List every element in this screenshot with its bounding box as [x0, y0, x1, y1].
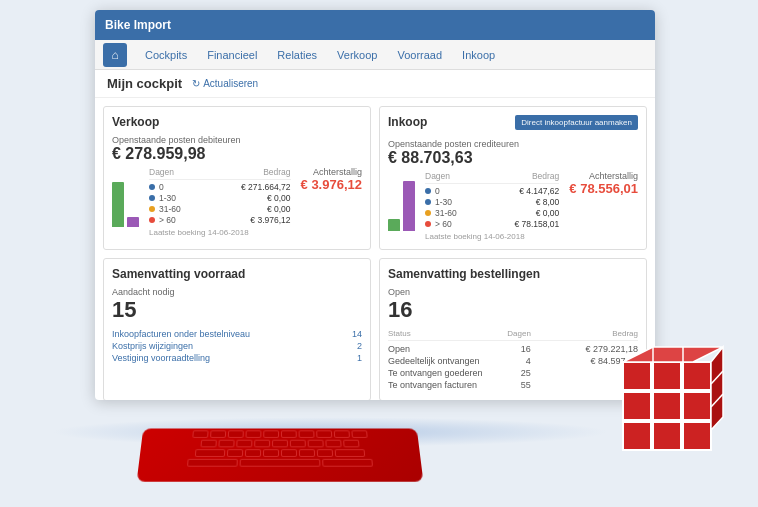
app-title: Bike Import	[105, 18, 171, 32]
dot-icon	[149, 206, 155, 212]
bar-green	[388, 219, 400, 231]
key	[316, 430, 332, 437]
key	[246, 430, 262, 437]
list-item: Kostprijs wijzigingen 2	[112, 341, 362, 351]
refresh-button[interactable]: ↻ Actualiseren	[192, 78, 258, 89]
top-bar: Bike Import	[95, 10, 655, 40]
key	[254, 440, 270, 448]
verkoop-card: Verkoop Openstaande posten debiteuren € …	[103, 106, 371, 250]
key-row	[138, 457, 421, 467]
monitor: Bike Import ⌂ Cockpits Financieel Relati…	[95, 10, 655, 400]
key	[317, 449, 333, 457]
verkoop-open-posts-label: Openstaande posten debiteuren	[112, 135, 362, 145]
aandacht-label: Aandacht nodig	[112, 287, 362, 297]
key	[335, 449, 365, 457]
refresh-label: Actualiseren	[203, 78, 258, 89]
bestellingen-table-header: Status Dagen Bedrag	[388, 329, 638, 341]
inkoop-open-posts-label: Openstaande posten crediteuren	[388, 139, 638, 149]
svg-rect-8	[683, 422, 711, 450]
keyboard-body	[137, 429, 424, 482]
inkoop-header: Inkoop Direct inkoopfactuur aanmaken	[388, 115, 638, 135]
dot-icon	[149, 195, 155, 201]
svg-marker-9	[623, 347, 723, 362]
nav-relaties[interactable]: Relaties	[267, 45, 327, 65]
col-bedrag: Bedrag	[263, 167, 290, 177]
key	[201, 440, 217, 448]
bestellingen-title: Samenvatting bestellingen	[388, 267, 638, 281]
key-row	[141, 438, 419, 447]
refresh-icon: ↻	[192, 78, 200, 89]
key	[240, 459, 321, 467]
nav-cockpits[interactable]: Cockpits	[135, 45, 197, 65]
verkoop-table: Dagen Bedrag 0 € 271.664,72 1-30 € 0,00	[149, 167, 291, 237]
table-row: 0 € 4.147,62	[425, 186, 559, 196]
voorraad-card: Samenvatting voorraad Aandacht nodig 15 …	[103, 258, 371, 400]
inkoop-total-amount: € 88.703,63	[388, 149, 638, 167]
keyboard-decoration	[140, 427, 420, 482]
verkoop-achterstallig: Achterstallig € 3.976,12	[301, 167, 362, 237]
bar-purple	[403, 181, 415, 231]
key	[245, 449, 261, 457]
dot-icon	[425, 199, 431, 205]
dot-icon	[425, 188, 431, 194]
key	[308, 440, 324, 448]
key	[322, 459, 373, 467]
key	[299, 449, 315, 457]
nav-voorraad[interactable]: Voorraad	[387, 45, 452, 65]
verkoop-total-amount: € 278.959,98	[112, 145, 362, 163]
key-row	[140, 447, 421, 457]
table-row: Te ontvangen goederen 25	[388, 368, 638, 378]
table-row: Gedeeltelijk ontvangen 4 € 84.597,12	[388, 356, 638, 366]
create-invoice-button[interactable]: Direct inkoopfactuur aanmaken	[515, 115, 638, 130]
key	[218, 440, 234, 448]
key	[195, 449, 225, 457]
table-row: 1-30 € 0,00	[149, 193, 291, 203]
dot-icon	[425, 210, 431, 216]
inkoop-table: Dagen Bedrag 0 € 4.147,62 1-30 € 8,00	[425, 171, 559, 241]
inkoop-title: Inkoop	[388, 115, 427, 129]
voorraad-count: 15	[112, 297, 362, 323]
inkoop-card: Inkoop Direct inkoopfactuur aanmaken Ope…	[379, 106, 647, 250]
key	[334, 430, 350, 437]
key	[263, 430, 279, 437]
page-header: Mijn cockpit ↻ Actualiseren	[95, 70, 655, 98]
svg-rect-7	[653, 422, 681, 450]
svg-rect-5	[683, 392, 711, 420]
dot-icon	[149, 217, 155, 223]
col-bedrag: Bedrag	[532, 171, 559, 181]
key	[343, 440, 359, 448]
table-row: 1-30 € 8,00	[425, 197, 559, 207]
dashboard: Verkoop Openstaande posten debiteuren € …	[95, 98, 655, 400]
page-title: Mijn cockpit	[107, 76, 182, 91]
nav-inkoop[interactable]: Inkoop	[452, 45, 505, 65]
verkoop-bar-chart	[112, 167, 139, 227]
key	[325, 440, 341, 448]
key	[351, 430, 367, 437]
home-button[interactable]: ⌂	[103, 43, 127, 67]
inkoop-achterstallig: Achterstallig € 78.556,01	[569, 171, 638, 241]
dot-icon	[425, 221, 431, 227]
rubik-cube-decoration	[618, 342, 728, 452]
table-row: 31-60 € 0,00	[149, 204, 291, 214]
svg-rect-0	[623, 362, 651, 390]
col-dagen: Dagen	[425, 171, 450, 181]
voorraad-title: Samenvatting voorraad	[112, 267, 362, 281]
col-dagen: Dagen	[149, 167, 174, 177]
nav-financieel[interactable]: Financieel	[197, 45, 267, 65]
bar-purple	[127, 217, 139, 227]
key	[281, 449, 297, 457]
table-row: 0 € 271.664,72	[149, 182, 291, 192]
inkoop-last-booking: Laatste boeking 14-06-2018	[425, 232, 559, 241]
key	[228, 430, 244, 437]
key	[210, 430, 226, 437]
nav-verkoop[interactable]: Verkoop	[327, 45, 387, 65]
list-item: Inkoopfacturen onder bestelniveau 14	[112, 329, 362, 339]
key	[227, 449, 243, 457]
bestellingen-open-label: Open	[388, 287, 638, 297]
table-row: Te ontvangen facturen 55	[388, 380, 638, 390]
table-row: > 60 € 78.158,01	[425, 219, 559, 229]
svg-rect-3	[623, 392, 651, 420]
svg-rect-1	[653, 362, 681, 390]
svg-rect-2	[683, 362, 711, 390]
table-row: > 60 € 3.976,12	[149, 215, 291, 225]
